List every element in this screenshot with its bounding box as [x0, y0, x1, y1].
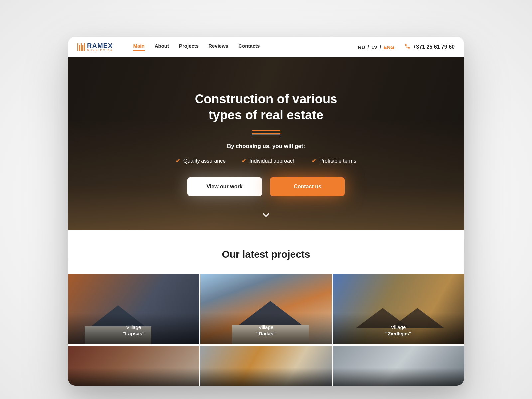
- chevron-down-icon: [262, 211, 270, 219]
- project-name: "Ziedlejas": [385, 331, 411, 336]
- main-nav: Main About Projects Reviews Contacts: [133, 43, 260, 51]
- benefit-label: Quality assurance: [183, 158, 226, 164]
- nav-contacts[interactable]: Contacts: [238, 43, 260, 51]
- hero-buttons: View our work Contact us: [187, 177, 345, 196]
- lang-separator: /: [366, 44, 370, 50]
- logo-tagline: BŪVNIECĪBA: [87, 49, 113, 52]
- project-prefix: Village: [126, 324, 141, 330]
- lang-ru[interactable]: RU: [358, 44, 365, 50]
- benefits-row: ✔ Quality assurance ✔ Individual approac…: [176, 158, 356, 164]
- project-card-lapsas[interactable]: Village "Lapsas": [68, 274, 199, 344]
- hero-title: Construction of various types of real es…: [195, 91, 337, 123]
- phone-block[interactable]: +371 25 61 79 60: [404, 43, 455, 51]
- hero-subtitle: By choosing us, you will get:: [227, 143, 305, 150]
- project-card-dailas[interactable]: Village "Dailas": [200, 274, 332, 344]
- project-name: "Dailas": [256, 331, 276, 336]
- benefit-label: Individual approach: [249, 158, 296, 164]
- benefit-label: Profitable terms: [319, 158, 356, 164]
- check-icon: ✔: [312, 158, 316, 164]
- nav-about[interactable]: About: [155, 43, 169, 51]
- scroll-down-button[interactable]: [262, 211, 270, 221]
- nav-projects[interactable]: Projects: [179, 43, 199, 51]
- projects-grid: Village "Lapsas" Village "Dailas" Villag…: [68, 274, 464, 386]
- project-name: "Lapsas": [123, 331, 145, 336]
- benefit-item: ✔ Profitable terms: [312, 158, 356, 164]
- projects-heading: Our latest projects: [68, 249, 464, 260]
- benefit-item: ✔ Quality assurance: [176, 158, 226, 164]
- logo-text: RAMEX BŪVNIECĪBA: [87, 42, 113, 52]
- project-card-label: Village "Dailas": [256, 324, 276, 337]
- logo[interactable]: RAMEX BŪVNIECĪBA: [77, 42, 113, 52]
- logo-bars-icon: [77, 43, 85, 51]
- project-prefix: Village: [391, 324, 406, 330]
- phone-number: +371 25 61 79 60: [413, 44, 455, 50]
- project-card[interactable]: [333, 346, 464, 386]
- nav-reviews[interactable]: Reviews: [208, 43, 228, 51]
- lang-eng[interactable]: ENG: [383, 44, 394, 50]
- project-card[interactable]: [200, 346, 332, 386]
- topbar: RAMEX BŪVNIECĪBA Main About Projects Rev…: [68, 37, 464, 57]
- benefit-item: ✔ Individual approach: [242, 158, 296, 164]
- view-work-button[interactable]: View our work: [187, 177, 262, 196]
- lang-lv[interactable]: LV: [371, 44, 377, 50]
- divider-icon: [252, 130, 280, 136]
- hero-section: Construction of various types of real es…: [68, 57, 464, 230]
- contact-us-button[interactable]: Contact us: [270, 177, 345, 196]
- check-icon: ✔: [176, 158, 180, 164]
- project-prefix: Village: [259, 324, 274, 330]
- projects-section: Our latest projects Village "Lapsas" Vil…: [68, 230, 464, 386]
- lang-separator: /: [378, 44, 383, 50]
- project-card-label: Village "Ziedlejas": [385, 324, 411, 337]
- project-card-ziedlejas[interactable]: Village "Ziedlejas": [333, 274, 464, 344]
- hero-title-line2: types of real estate: [209, 108, 323, 122]
- logo-name: RAMEX: [87, 42, 113, 49]
- hero-title-line1: Construction of various: [195, 92, 337, 106]
- project-card[interactable]: [68, 346, 199, 386]
- nav-main[interactable]: Main: [133, 43, 144, 51]
- phone-icon: [404, 43, 410, 51]
- project-card-label: Village "Lapsas": [123, 324, 145, 337]
- language-switcher: RU / LV / ENG: [358, 44, 394, 50]
- page-window: RAMEX BŪVNIECĪBA Main About Projects Rev…: [68, 37, 464, 386]
- check-icon: ✔: [242, 158, 246, 164]
